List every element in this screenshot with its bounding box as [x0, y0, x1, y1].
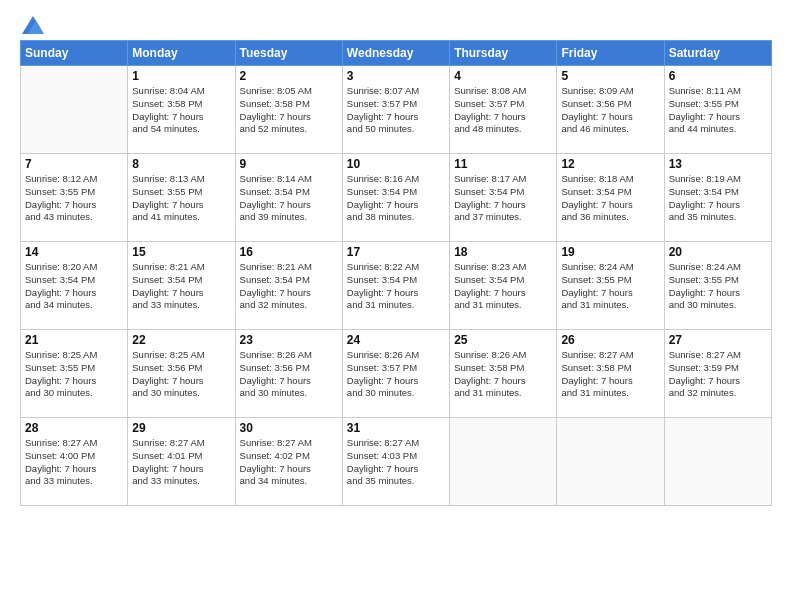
day-info: Sunrise: 8:27 AM Sunset: 4:01 PM Dayligh… — [132, 437, 230, 488]
day-number: 8 — [132, 157, 230, 171]
calendar-cell: 27Sunrise: 8:27 AM Sunset: 3:59 PM Dayli… — [664, 330, 771, 418]
day-info: Sunrise: 8:17 AM Sunset: 3:54 PM Dayligh… — [454, 173, 552, 224]
calendar-cell: 19Sunrise: 8:24 AM Sunset: 3:55 PM Dayli… — [557, 242, 664, 330]
day-info: Sunrise: 8:09 AM Sunset: 3:56 PM Dayligh… — [561, 85, 659, 136]
day-number: 21 — [25, 333, 123, 347]
calendar-cell: 8Sunrise: 8:13 AM Sunset: 3:55 PM Daylig… — [128, 154, 235, 242]
logo-icon — [22, 16, 44, 34]
calendar-cell — [450, 418, 557, 506]
day-info: Sunrise: 8:21 AM Sunset: 3:54 PM Dayligh… — [240, 261, 338, 312]
day-number: 5 — [561, 69, 659, 83]
day-number: 28 — [25, 421, 123, 435]
day-number: 3 — [347, 69, 445, 83]
calendar-header-friday: Friday — [557, 41, 664, 66]
day-info: Sunrise: 8:27 AM Sunset: 3:59 PM Dayligh… — [669, 349, 767, 400]
day-number: 6 — [669, 69, 767, 83]
logo — [20, 16, 44, 34]
calendar-cell: 12Sunrise: 8:18 AM Sunset: 3:54 PM Dayli… — [557, 154, 664, 242]
day-number: 4 — [454, 69, 552, 83]
day-number: 20 — [669, 245, 767, 259]
calendar-cell: 7Sunrise: 8:12 AM Sunset: 3:55 PM Daylig… — [21, 154, 128, 242]
calendar-cell — [664, 418, 771, 506]
calendar-header-tuesday: Tuesday — [235, 41, 342, 66]
calendar-cell: 4Sunrise: 8:08 AM Sunset: 3:57 PM Daylig… — [450, 66, 557, 154]
day-number: 22 — [132, 333, 230, 347]
day-number: 19 — [561, 245, 659, 259]
calendar-cell: 11Sunrise: 8:17 AM Sunset: 3:54 PM Dayli… — [450, 154, 557, 242]
day-info: Sunrise: 8:24 AM Sunset: 3:55 PM Dayligh… — [669, 261, 767, 312]
calendar-cell: 14Sunrise: 8:20 AM Sunset: 3:54 PM Dayli… — [21, 242, 128, 330]
calendar-week-row: 21Sunrise: 8:25 AM Sunset: 3:55 PM Dayli… — [21, 330, 772, 418]
day-number: 14 — [25, 245, 123, 259]
calendar-cell: 18Sunrise: 8:23 AM Sunset: 3:54 PM Dayli… — [450, 242, 557, 330]
day-number: 17 — [347, 245, 445, 259]
calendar-cell — [21, 66, 128, 154]
day-info: Sunrise: 8:27 AM Sunset: 4:03 PM Dayligh… — [347, 437, 445, 488]
calendar-header-thursday: Thursday — [450, 41, 557, 66]
day-info: Sunrise: 8:11 AM Sunset: 3:55 PM Dayligh… — [669, 85, 767, 136]
day-number: 12 — [561, 157, 659, 171]
calendar-cell: 26Sunrise: 8:27 AM Sunset: 3:58 PM Dayli… — [557, 330, 664, 418]
day-info: Sunrise: 8:16 AM Sunset: 3:54 PM Dayligh… — [347, 173, 445, 224]
calendar-cell: 1Sunrise: 8:04 AM Sunset: 3:58 PM Daylig… — [128, 66, 235, 154]
calendar-cell: 16Sunrise: 8:21 AM Sunset: 3:54 PM Dayli… — [235, 242, 342, 330]
calendar: SundayMondayTuesdayWednesdayThursdayFrid… — [20, 40, 772, 506]
calendar-cell — [557, 418, 664, 506]
day-info: Sunrise: 8:21 AM Sunset: 3:54 PM Dayligh… — [132, 261, 230, 312]
day-info: Sunrise: 8:05 AM Sunset: 3:58 PM Dayligh… — [240, 85, 338, 136]
calendar-cell: 3Sunrise: 8:07 AM Sunset: 3:57 PM Daylig… — [342, 66, 449, 154]
calendar-header-monday: Monday — [128, 41, 235, 66]
calendar-header-saturday: Saturday — [664, 41, 771, 66]
calendar-week-row: 28Sunrise: 8:27 AM Sunset: 4:00 PM Dayli… — [21, 418, 772, 506]
day-number: 24 — [347, 333, 445, 347]
day-info: Sunrise: 8:26 AM Sunset: 3:58 PM Dayligh… — [454, 349, 552, 400]
day-info: Sunrise: 8:13 AM Sunset: 3:55 PM Dayligh… — [132, 173, 230, 224]
day-number: 13 — [669, 157, 767, 171]
day-info: Sunrise: 8:26 AM Sunset: 3:56 PM Dayligh… — [240, 349, 338, 400]
calendar-cell: 20Sunrise: 8:24 AM Sunset: 3:55 PM Dayli… — [664, 242, 771, 330]
day-number: 1 — [132, 69, 230, 83]
day-number: 18 — [454, 245, 552, 259]
calendar-cell: 28Sunrise: 8:27 AM Sunset: 4:00 PM Dayli… — [21, 418, 128, 506]
calendar-week-row: 7Sunrise: 8:12 AM Sunset: 3:55 PM Daylig… — [21, 154, 772, 242]
calendar-cell: 29Sunrise: 8:27 AM Sunset: 4:01 PM Dayli… — [128, 418, 235, 506]
day-number: 26 — [561, 333, 659, 347]
calendar-cell: 21Sunrise: 8:25 AM Sunset: 3:55 PM Dayli… — [21, 330, 128, 418]
day-number: 15 — [132, 245, 230, 259]
page: SundayMondayTuesdayWednesdayThursdayFrid… — [0, 0, 792, 612]
calendar-cell: 22Sunrise: 8:25 AM Sunset: 3:56 PM Dayli… — [128, 330, 235, 418]
day-number: 16 — [240, 245, 338, 259]
header — [20, 16, 772, 34]
day-number: 10 — [347, 157, 445, 171]
calendar-week-row: 14Sunrise: 8:20 AM Sunset: 3:54 PM Dayli… — [21, 242, 772, 330]
calendar-cell: 9Sunrise: 8:14 AM Sunset: 3:54 PM Daylig… — [235, 154, 342, 242]
day-number: 25 — [454, 333, 552, 347]
day-info: Sunrise: 8:23 AM Sunset: 3:54 PM Dayligh… — [454, 261, 552, 312]
day-number: 30 — [240, 421, 338, 435]
day-info: Sunrise: 8:25 AM Sunset: 3:56 PM Dayligh… — [132, 349, 230, 400]
day-number: 7 — [25, 157, 123, 171]
calendar-cell: 23Sunrise: 8:26 AM Sunset: 3:56 PM Dayli… — [235, 330, 342, 418]
calendar-cell: 2Sunrise: 8:05 AM Sunset: 3:58 PM Daylig… — [235, 66, 342, 154]
calendar-week-row: 1Sunrise: 8:04 AM Sunset: 3:58 PM Daylig… — [21, 66, 772, 154]
calendar-header-row: SundayMondayTuesdayWednesdayThursdayFrid… — [21, 41, 772, 66]
day-info: Sunrise: 8:12 AM Sunset: 3:55 PM Dayligh… — [25, 173, 123, 224]
day-info: Sunrise: 8:18 AM Sunset: 3:54 PM Dayligh… — [561, 173, 659, 224]
calendar-cell: 31Sunrise: 8:27 AM Sunset: 4:03 PM Dayli… — [342, 418, 449, 506]
day-info: Sunrise: 8:14 AM Sunset: 3:54 PM Dayligh… — [240, 173, 338, 224]
day-info: Sunrise: 8:07 AM Sunset: 3:57 PM Dayligh… — [347, 85, 445, 136]
calendar-cell: 6Sunrise: 8:11 AM Sunset: 3:55 PM Daylig… — [664, 66, 771, 154]
day-number: 2 — [240, 69, 338, 83]
day-info: Sunrise: 8:22 AM Sunset: 3:54 PM Dayligh… — [347, 261, 445, 312]
day-info: Sunrise: 8:19 AM Sunset: 3:54 PM Dayligh… — [669, 173, 767, 224]
day-info: Sunrise: 8:08 AM Sunset: 3:57 PM Dayligh… — [454, 85, 552, 136]
calendar-cell: 13Sunrise: 8:19 AM Sunset: 3:54 PM Dayli… — [664, 154, 771, 242]
calendar-cell: 5Sunrise: 8:09 AM Sunset: 3:56 PM Daylig… — [557, 66, 664, 154]
day-info: Sunrise: 8:27 AM Sunset: 4:00 PM Dayligh… — [25, 437, 123, 488]
day-number: 11 — [454, 157, 552, 171]
day-number: 27 — [669, 333, 767, 347]
calendar-cell: 30Sunrise: 8:27 AM Sunset: 4:02 PM Dayli… — [235, 418, 342, 506]
calendar-cell: 25Sunrise: 8:26 AM Sunset: 3:58 PM Dayli… — [450, 330, 557, 418]
calendar-cell: 24Sunrise: 8:26 AM Sunset: 3:57 PM Dayli… — [342, 330, 449, 418]
day-number: 23 — [240, 333, 338, 347]
